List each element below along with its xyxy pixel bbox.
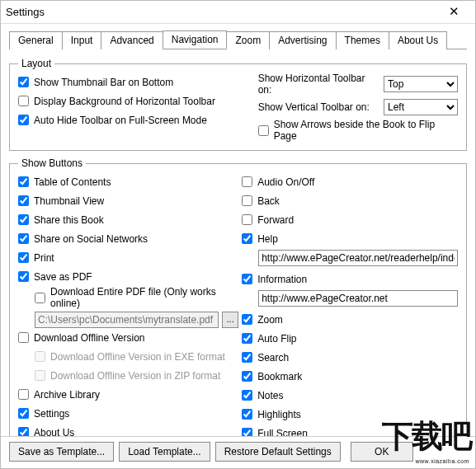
aboutus-label: About Us (34, 427, 74, 437)
close-icon[interactable]: ✕ (437, 3, 470, 21)
social-label: Share on Social Networks (34, 233, 148, 245)
tab-general[interactable]: General (9, 31, 63, 49)
layout-legend: Layout (18, 58, 54, 69)
settings-checkbox[interactable] (18, 408, 29, 419)
help-label: Help (257, 233, 278, 245)
notes-checkbox[interactable] (242, 390, 252, 401)
archive-label: Archive Library (34, 389, 100, 401)
vert-toolbar-select[interactable]: Left (384, 99, 458, 115)
auto-hide-label: Auto Hide Toolbar on Full-Screen Mode (34, 115, 207, 126)
tab-advanced[interactable]: Advanced (101, 31, 163, 49)
tab-navigation[interactable]: Navigation (163, 30, 228, 49)
help-checkbox[interactable] (242, 233, 252, 244)
auto-hide-checkbox[interactable] (18, 115, 29, 125)
show-thumbnail-label: Show Thumbnail Bar on Bottom (34, 77, 173, 88)
zoom-checkbox[interactable] (242, 314, 252, 325)
bookmark-label: Bookmark (257, 371, 302, 382)
audio-checkbox[interactable] (242, 176, 252, 187)
forward-label: Forward (257, 214, 294, 226)
restore-defaults-button[interactable]: Restore Default Settings (215, 442, 341, 462)
dl-offline-checkbox[interactable] (18, 332, 29, 343)
bookmark-checkbox[interactable] (242, 371, 252, 382)
social-checkbox[interactable] (18, 233, 29, 244)
help-url-input[interactable] (258, 250, 458, 266)
show-arrows-checkbox[interactable] (258, 125, 269, 136)
aboutus-checkbox[interactable] (18, 427, 29, 436)
layout-group: Layout Show Thumbnail Bar on Bottom Disp… (9, 58, 467, 151)
info-checkbox[interactable] (242, 274, 252, 284)
pdf-path-input[interactable] (35, 312, 219, 328)
settings-label: Settings (34, 408, 69, 420)
info-label: Information (257, 274, 307, 285)
back-label: Back (257, 195, 280, 207)
window-title: Settings (6, 6, 437, 18)
load-template-button[interactable]: Load Template... (119, 442, 210, 462)
display-bg-checkbox[interactable] (18, 96, 29, 106)
dl-pdf-checkbox[interactable] (35, 293, 45, 303)
vert-toolbar-label: Show Vertical Toolbar on: (258, 101, 379, 113)
notes-label: Notes (257, 390, 283, 401)
thumb-label: Thumbnail View (34, 195, 104, 207)
highlights-label: Highlights (257, 409, 301, 420)
fullscreen-checkbox[interactable] (242, 428, 252, 436)
dl-exe-label: Download Offline Version in EXE format (50, 351, 225, 363)
audio-label: Audio On/Off (257, 176, 314, 188)
share-checkbox[interactable] (18, 214, 29, 225)
share-label: Share this Book (34, 214, 104, 226)
dl-offline-label: Download Offline Version (34, 332, 145, 344)
dl-zip-label: Download Offline Version in ZIP format (50, 370, 220, 382)
display-bg-label: Display Background of Horizontal Toolbar (34, 96, 215, 107)
info-url-input[interactable] (258, 290, 458, 307)
search-checkbox[interactable] (242, 352, 252, 363)
tab-strip: General Input Advanced Navigation Zoom A… (1, 24, 475, 49)
savepdf-checkbox[interactable] (18, 271, 29, 282)
dl-pdf-label: Download Entire PDF file (Only works onl… (50, 286, 238, 309)
ok-button[interactable]: OK (351, 442, 413, 462)
toc-checkbox[interactable] (18, 176, 29, 187)
print-checkbox[interactable] (18, 252, 29, 263)
tab-themes[interactable]: Themes (336, 31, 389, 49)
savepdf-label: Save as PDF (34, 271, 92, 283)
show-arrows-label: Show Arrows beside the Book to Flip Page (274, 119, 458, 142)
back-checkbox[interactable] (242, 195, 252, 206)
show-buttons-legend: Show Buttons (18, 157, 86, 169)
toc-label: Table of Contents (34, 176, 111, 188)
tab-zoom[interactable]: Zoom (226, 31, 270, 49)
dl-exe-checkbox (35, 351, 45, 362)
thumb-checkbox[interactable] (18, 195, 29, 206)
highlights-checkbox[interactable] (242, 409, 252, 420)
forward-checkbox[interactable] (242, 214, 252, 225)
show-thumbnail-checkbox[interactable] (18, 77, 29, 87)
fullscreen-label: Full Screen (257, 428, 308, 437)
tab-advertising[interactable]: Advertising (269, 31, 336, 49)
show-buttons-group: Show Buttons Table of Contents Thumbnail… (9, 157, 467, 436)
autoflip-checkbox[interactable] (242, 333, 252, 344)
search-label: Search (257, 352, 289, 363)
dl-zip-checkbox (35, 370, 45, 381)
archive-checkbox[interactable] (18, 389, 29, 400)
tab-input[interactable]: Input (62, 31, 102, 49)
zoom-label: Zoom (257, 314, 283, 326)
horiz-toolbar-label: Show Horizontal Toolbar on: (258, 73, 379, 96)
horiz-toolbar-select[interactable]: Top (384, 76, 458, 92)
browse-button[interactable]: ... (222, 312, 238, 328)
autoflip-label: Auto Flip (257, 333, 296, 345)
tab-about-us[interactable]: About Us (389, 31, 447, 49)
save-template-button[interactable]: Save as Template... (9, 442, 114, 462)
print-label: Print (34, 252, 54, 264)
